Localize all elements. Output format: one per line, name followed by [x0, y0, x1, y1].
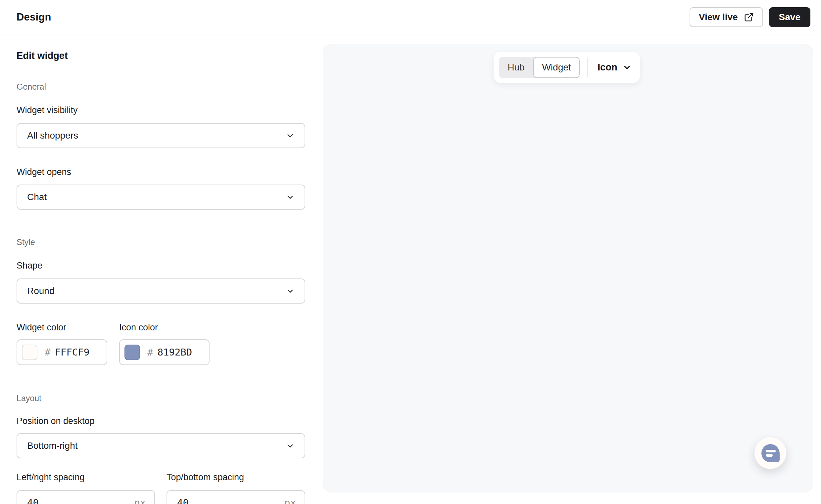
icon-dropdown[interactable]: Icon	[597, 62, 632, 73]
view-live-label: View live	[699, 12, 738, 22]
preview-panel: Hub Widget Icon	[323, 44, 813, 492]
icon-color-hex: # 8192BD	[147, 347, 192, 358]
widget-color-swatch	[22, 345, 37, 360]
section-label-layout: Layout	[17, 394, 41, 403]
icon-color-label: Icon color	[119, 322, 158, 333]
hash-prefix: #	[45, 347, 50, 358]
toolbar-divider	[587, 58, 587, 77]
left-right-spacing-label: Left/right spacing	[17, 472, 85, 483]
widget-color-value: FFFCF9	[55, 347, 89, 358]
left-right-spacing-input[interactable]: 40 px	[17, 490, 155, 504]
save-button[interactable]: Save	[769, 7, 810, 27]
widget-opens-label: Widget opens	[17, 167, 71, 177]
icon-color-picker[interactable]: # 8192BD	[119, 339, 210, 365]
position-on-desktop-value: Bottom-right	[27, 441, 78, 451]
position-on-desktop-select[interactable]: Bottom-right	[17, 433, 305, 458]
topbar: Design View live Save	[0, 0, 821, 34]
edit-widget-title: Edit widget	[17, 50, 68, 61]
tab-hub[interactable]: Hub	[499, 57, 533, 78]
shape-value: Round	[27, 286, 55, 296]
top-bottom-spacing-value: 40	[177, 497, 189, 504]
px-unit-label: px	[134, 497, 146, 504]
page-title: Design	[17, 11, 51, 23]
widget-opens-select[interactable]: Chat	[17, 185, 305, 210]
widget-visibility-value: All shoppers	[27, 130, 78, 141]
widget-color-label: Widget color	[17, 322, 66, 333]
shape-select[interactable]: Round	[17, 278, 305, 304]
section-label-style: Style	[17, 237, 35, 247]
chat-widget-button[interactable]	[755, 437, 786, 469]
widget-color-hex: # FFFCF9	[45, 347, 89, 358]
chevron-down-icon	[286, 131, 295, 140]
top-bottom-spacing-input[interactable]: 40 px	[166, 490, 305, 504]
section-label-general: General	[17, 82, 46, 92]
position-on-desktop-label: Position on desktop	[17, 416, 95, 426]
external-link-icon	[744, 12, 754, 22]
icon-color-value: 8192BD	[157, 347, 192, 358]
bubble-text-line	[766, 454, 773, 457]
widget-visibility-label: Widget visibility	[17, 105, 78, 115]
preview-toolbar: Hub Widget Icon	[494, 52, 640, 83]
top-bottom-spacing-label: Top/bottom spacing	[166, 472, 244, 483]
preview-mode-segmented-control: Hub Widget	[499, 57, 580, 78]
px-unit-label: px	[284, 497, 296, 504]
widget-visibility-select[interactable]: All shoppers	[17, 123, 305, 148]
view-live-button[interactable]: View live	[690, 7, 763, 27]
icon-dropdown-label: Icon	[597, 62, 618, 73]
tab-widget[interactable]: Widget	[533, 57, 580, 78]
bubble-text-line	[766, 450, 776, 452]
chevron-down-icon	[286, 287, 295, 296]
chevron-down-icon	[286, 441, 295, 450]
shape-label: Shape	[17, 261, 42, 271]
chevron-down-icon	[623, 63, 632, 72]
topbar-actions: View live Save	[690, 7, 810, 27]
icon-color-swatch	[124, 345, 140, 360]
left-right-spacing-value: 40	[27, 497, 39, 504]
chat-bubble-icon	[761, 444, 780, 462]
widget-opens-value: Chat	[27, 192, 47, 202]
hash-prefix: #	[147, 347, 153, 358]
chevron-down-icon	[286, 193, 295, 202]
widget-color-picker[interactable]: # FFFCF9	[17, 339, 107, 365]
